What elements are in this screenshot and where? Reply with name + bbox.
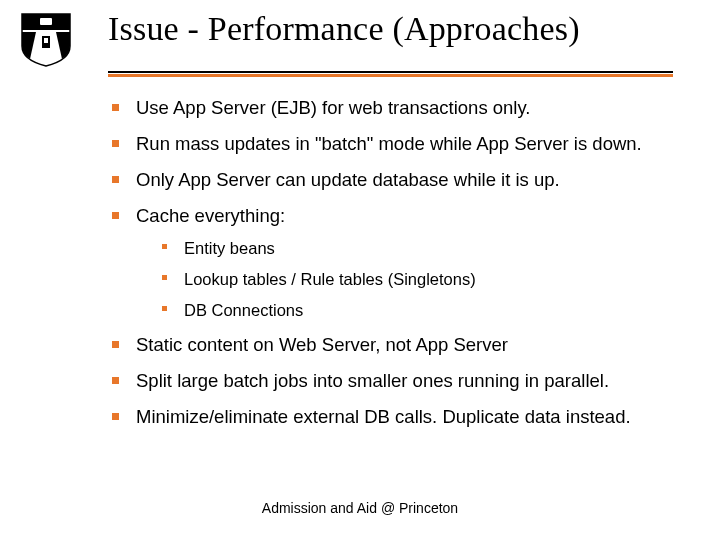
- sub-bullet-item: Entity beans: [136, 237, 670, 259]
- bullet-item: Minimize/eliminate external DB calls. Du…: [110, 405, 670, 430]
- university-shield-logo: [18, 10, 74, 68]
- bullet-item: Use App Server (EJB) for web transaction…: [110, 96, 670, 121]
- bullet-item: Cache everything: Entity beans Lookup ta…: [110, 204, 670, 322]
- svg-rect-2: [44, 38, 48, 43]
- bullet-item: Run mass updates in "batch" mode while A…: [110, 132, 670, 157]
- sub-bullet-item: DB Connections: [136, 299, 670, 321]
- bullet-item: Only App Server can update database whil…: [110, 168, 670, 193]
- svg-rect-0: [40, 18, 52, 25]
- bullet-item: Static content on Web Server, not App Se…: [110, 333, 670, 358]
- sub-bullet-item: Lookup tables / Rule tables (Singletons): [136, 268, 670, 290]
- bullet-text: Cache everything:: [136, 205, 285, 226]
- slide-body: Use App Server (EJB) for web transaction…: [110, 96, 670, 441]
- slide-footer: Admission and Aid @ Princeton: [0, 500, 720, 516]
- slide-title: Issue - Performance (Approaches): [108, 10, 580, 48]
- bullet-item: Split large batch jobs into smaller ones…: [110, 369, 670, 394]
- title-divider: [108, 70, 673, 76]
- slide: Issue - Performance (Approaches) Use App…: [0, 0, 720, 540]
